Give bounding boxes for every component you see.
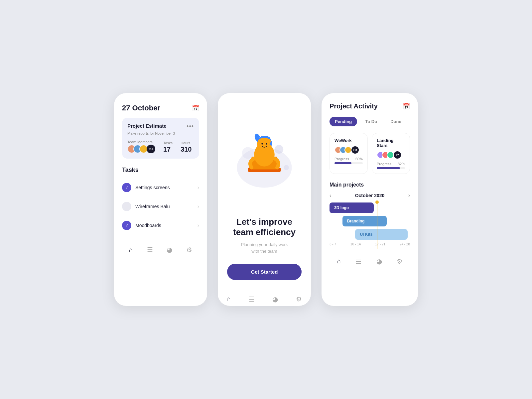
- svg-point-10: [266, 143, 267, 144]
- wework-progress-bar-bg: [334, 162, 363, 164]
- left-screen: 27 October 📅 Project Estimate ••• Make r…: [114, 93, 207, 306]
- wework-name: WeWork: [334, 138, 363, 143]
- task-name-3: Moodboards: [135, 223, 161, 228]
- landing-name: Landing Stars: [377, 138, 405, 148]
- team-label: Team Members: [127, 140, 155, 144]
- gantt-area: 3D logo Branding UI Kits 3 - 7 10 - 14 1…: [330, 202, 410, 249]
- landing-avatars: +7: [377, 151, 405, 159]
- team-members-col: Team Members +11: [127, 140, 155, 153]
- main-projects-header: Main projects: [330, 182, 410, 188]
- task-left: ✓ Settings screens: [122, 183, 170, 192]
- right-title: Project Activity: [330, 102, 378, 110]
- month-nav: ‹ October 2020 ›: [330, 193, 410, 199]
- gantt-bar-branding: Branding: [342, 216, 387, 226]
- project-subtitle: Make reports for November 3: [127, 131, 194, 135]
- tasks-label: Tasks: [163, 141, 173, 145]
- gantt-row-3dlogo: 3D logo: [330, 202, 410, 213]
- main-projects-title: Main projects: [330, 182, 364, 188]
- date-header: 27 October 📅: [122, 104, 199, 112]
- gantt-label-4: 24 - 28: [400, 242, 410, 246]
- gantt-row-branding: Branding: [330, 216, 410, 226]
- task-check-done-1: ✓: [122, 183, 131, 192]
- middle-nav-settings[interactable]: ⚙: [296, 295, 302, 303]
- heading-line2: team efficiency: [233, 227, 296, 237]
- nav-settings-icon[interactable]: ⚙: [186, 246, 192, 254]
- landing-progress-bar-fill: [377, 167, 400, 169]
- timeline-dot: [375, 200, 379, 204]
- project-card-header: Project Estimate •••: [127, 123, 194, 130]
- get-started-button[interactable]: Get Started: [227, 264, 302, 280]
- wework-avatar-count: +11: [351, 146, 359, 154]
- subtext-line1: Planning your daily work: [241, 242, 288, 247]
- right-calendar-icon[interactable]: 📅: [403, 103, 410, 110]
- check-icon-2: ✓: [125, 204, 129, 209]
- hero-illustration: [228, 120, 301, 193]
- task-left-2: ✓ Wireframes Balu: [122, 202, 170, 211]
- illustration-area: [218, 93, 311, 213]
- nav-chart-icon[interactable]: ◕: [167, 246, 172, 254]
- landing-progress-label: Progress 82%: [377, 162, 405, 166]
- dots-menu[interactable]: •••: [187, 123, 194, 130]
- tab-pending[interactable]: Pending: [330, 117, 357, 126]
- svg-point-2: [284, 165, 289, 170]
- task-name-2: Wireframes Balu: [135, 204, 170, 209]
- gantt-label-2: 10 - 14: [350, 242, 361, 246]
- middle-nav-home[interactable]: ⌂: [227, 295, 231, 303]
- landing-progress-bar-bg: [377, 167, 405, 169]
- wework-avatars: +11: [334, 146, 363, 154]
- gantt-bar-uikits: UI Kits: [355, 229, 407, 240]
- task-check-done-3: ✓: [122, 221, 131, 230]
- project-stats: Team Members +11 Tasks 17 Hours 310: [127, 140, 194, 153]
- right-nav-chart[interactable]: ◕: [376, 257, 382, 265]
- tab-todo[interactable]: To Do: [360, 117, 382, 126]
- avatar-count: +11: [147, 145, 155, 153]
- tab-done[interactable]: Done: [385, 117, 407, 126]
- right-nav-settings[interactable]: ⚙: [397, 257, 403, 265]
- middle-bottom-nav: ⌂ ☰ ◕ ⚙: [218, 291, 311, 306]
- middle-nav-chart[interactable]: ◕: [272, 295, 278, 303]
- subtext-line2: with the team: [251, 249, 277, 254]
- team-avatars: +11: [127, 145, 155, 153]
- check-icon-1: ✓: [125, 185, 129, 190]
- chevron-right-2: ›: [198, 203, 199, 209]
- landing-avatar-count: +7: [394, 151, 401, 159]
- prev-month-button[interactable]: ‹: [330, 193, 331, 199]
- task-item-moodboards[interactable]: ✓ Moodboards ›: [122, 216, 199, 235]
- screens-container: 27 October 📅 Project Estimate ••• Make r…: [114, 93, 418, 306]
- task-item-wireframes[interactable]: ✓ Wireframes Balu ›: [122, 197, 199, 216]
- project-wework: WeWork +11 Progress 60%: [330, 133, 368, 174]
- task-left-3: ✓ Moodboards: [122, 221, 161, 230]
- gantt-labels: 3 - 7 10 - 14 17 - 21 24 - 28: [330, 242, 410, 246]
- middle-subtext: Planning your daily work with the team: [227, 241, 302, 254]
- nav-list-icon[interactable]: ☰: [147, 246, 153, 254]
- svg-point-1: [275, 145, 283, 154]
- wework-avatar-3: [344, 146, 352, 154]
- calendar-icon[interactable]: 📅: [192, 104, 199, 112]
- right-nav-list[interactable]: ☰: [355, 257, 361, 265]
- right-screen: Project Activity 📅 Pending To Do Done We…: [322, 93, 418, 306]
- project-card: Project Estimate ••• Make reports for No…: [122, 118, 199, 159]
- timeline-line: [377, 204, 377, 249]
- svg-point-9: [261, 143, 263, 144]
- chevron-right-1: ›: [198, 185, 199, 191]
- tasks-col: Tasks 17: [163, 141, 173, 153]
- left-bottom-nav: ⌂ ☰ ◕ ⚙: [122, 240, 199, 255]
- task-item-settings[interactable]: ✓ Settings screens ›: [122, 178, 199, 197]
- next-month-button[interactable]: ›: [408, 193, 410, 199]
- gantt-label-1: 3 - 7: [330, 242, 336, 246]
- wework-progress-label: Progress 60%: [334, 157, 363, 161]
- tasks-section-title: Tasks: [122, 167, 199, 174]
- middle-heading: Let's improve team efficiency: [227, 217, 302, 237]
- right-header: Project Activity 📅: [330, 102, 410, 110]
- heading-line1: Let's improve: [236, 217, 292, 227]
- task-name-1: Settings screens: [135, 185, 170, 190]
- middle-nav-list[interactable]: ☰: [249, 295, 255, 303]
- hours-label: Hours: [181, 141, 192, 145]
- nav-home-icon[interactable]: ⌂: [129, 246, 133, 254]
- middle-screen: Let's improve team efficiency Planning y…: [218, 93, 311, 306]
- right-nav-home[interactable]: ⌂: [337, 257, 341, 265]
- wework-progress-bar-fill: [334, 162, 351, 164]
- project-landing-stars: Landing Stars +7 Progress 82%: [372, 133, 410, 174]
- landing-avatar-3: [387, 151, 394, 159]
- chevron-right-3: ›: [198, 222, 199, 228]
